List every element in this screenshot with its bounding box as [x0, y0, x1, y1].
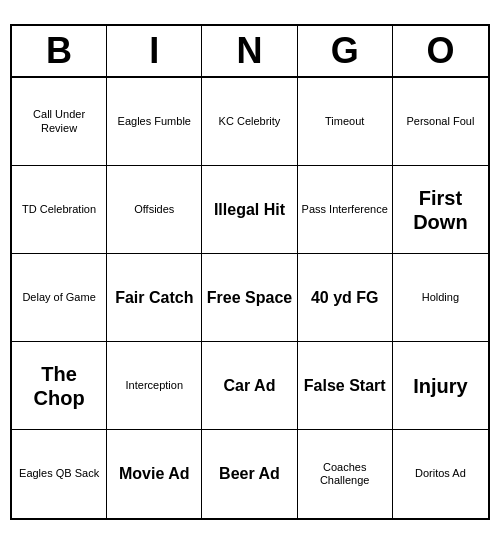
bingo-cell: Holding — [393, 254, 488, 342]
bingo-cell: Call Under Review — [12, 78, 107, 166]
bingo-cell: The Chop — [12, 342, 107, 430]
header-letter: O — [393, 26, 488, 76]
header-letter: B — [12, 26, 107, 76]
bingo-cell: Movie Ad — [107, 430, 202, 518]
bingo-cell: Fair Catch — [107, 254, 202, 342]
bingo-grid: Call Under ReviewEagles FumbleKC Celebri… — [12, 78, 488, 518]
header-letter: I — [107, 26, 202, 76]
bingo-cell: TD Celebration — [12, 166, 107, 254]
bingo-cell: Doritos Ad — [393, 430, 488, 518]
bingo-cell: Personal Foul — [393, 78, 488, 166]
bingo-header: BINGO — [12, 26, 488, 78]
bingo-cell: Eagles Fumble — [107, 78, 202, 166]
bingo-cell: False Start — [298, 342, 393, 430]
bingo-cell: KC Celebrity — [202, 78, 297, 166]
bingo-cell: Offsides — [107, 166, 202, 254]
bingo-cell: Interception — [107, 342, 202, 430]
bingo-cell: Timeout — [298, 78, 393, 166]
header-letter: G — [298, 26, 393, 76]
bingo-cell: Pass Interference — [298, 166, 393, 254]
bingo-cell: Beer Ad — [202, 430, 297, 518]
bingo-cell: Coaches Challenge — [298, 430, 393, 518]
bingo-cell: First Down — [393, 166, 488, 254]
bingo-cell: Car Ad — [202, 342, 297, 430]
bingo-cell: Illegal Hit — [202, 166, 297, 254]
bingo-cell: Eagles QB Sack — [12, 430, 107, 518]
bingo-cell: Free Space — [202, 254, 297, 342]
bingo-cell: 40 yd FG — [298, 254, 393, 342]
bingo-cell: Injury — [393, 342, 488, 430]
bingo-card: BINGO Call Under ReviewEagles FumbleKC C… — [10, 24, 490, 520]
header-letter: N — [202, 26, 297, 76]
bingo-cell: Delay of Game — [12, 254, 107, 342]
